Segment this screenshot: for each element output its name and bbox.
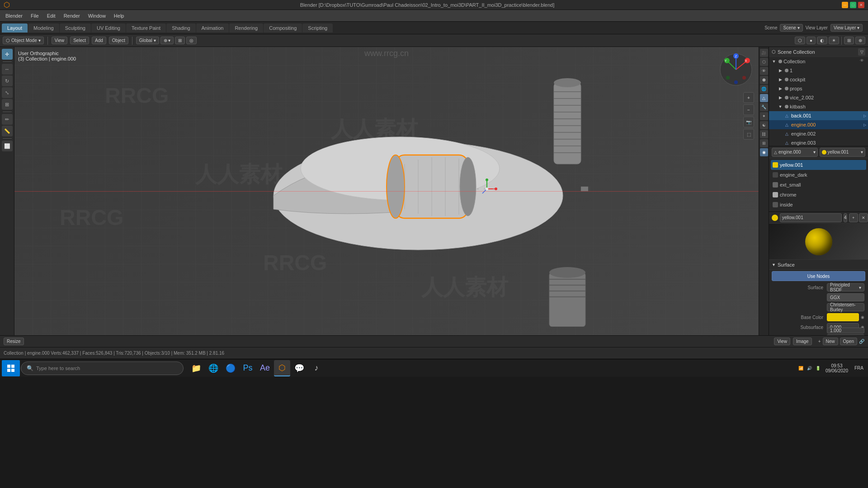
material-slot-ext-small[interactable]: ext_small: [771, 180, 866, 190]
select-menu[interactable]: Select: [70, 37, 89, 44]
outliner-item-cockpit[interactable]: ▶ cockpit: [769, 75, 868, 84]
tab-layout[interactable]: Layout: [2, 23, 28, 33]
gizmo-toggle[interactable]: ⊕: [855, 37, 865, 44]
surface-section-header[interactable]: ▼ Surface: [769, 260, 868, 270]
clock[interactable]: 09:53 09/06/2020: [824, 363, 850, 373]
material-new-datablock[interactable]: +: [849, 213, 858, 222]
taskbar-spotify[interactable]: ♪: [308, 360, 325, 376]
prop-tab-data[interactable]: ⊞: [760, 139, 768, 147]
start-button[interactable]: [2, 360, 20, 376]
material-name-input[interactable]: [780, 213, 842, 222]
viewport-shading-wireframe[interactable]: ⬡: [795, 37, 805, 44]
use-nodes-button[interactable]: Use Nodes: [772, 271, 865, 281]
prop-tab-material[interactable]: ◉: [760, 148, 768, 156]
material-slot-yellow001[interactable]: yellow.001: [771, 160, 866, 170]
subsurface-radius-r[interactable]: 1.000: [827, 328, 864, 333]
tab-compositing[interactable]: Compositing: [264, 23, 302, 33]
outliner-item-props[interactable]: ▶ props: [769, 84, 868, 93]
outliner-item-vice[interactable]: ▶ vice_2.002: [769, 93, 868, 102]
add-menu[interactable]: Add: [92, 37, 106, 44]
taskbar-ae[interactable]: Ae: [257, 360, 273, 376]
view-menu[interactable]: View: [52, 37, 68, 44]
taskbar-blender[interactable]: ⬡: [274, 360, 290, 376]
menu-file[interactable]: File: [27, 12, 42, 19]
toggle-orthographic-button[interactable]: ⬚: [743, 129, 754, 140]
ggx-option[interactable]: GGX: [827, 293, 864, 301]
language-indicator[interactable]: FRA: [852, 366, 866, 371]
menu-window[interactable]: Window: [85, 12, 109, 19]
viewlayer-dropdown[interactable]: View Layer ▾: [830, 24, 863, 32]
outliner-item-engine003[interactable]: △ engine.003: [769, 138, 868, 146]
snap-toggle[interactable]: ⊞: [175, 37, 185, 44]
scene-dropdown[interactable]: Scene ▾: [780, 24, 802, 32]
prop-tab-particles[interactable]: ✦: [760, 112, 768, 120]
taskbar-chrome[interactable]: 🔵: [222, 360, 239, 376]
tab-animation[interactable]: Animation: [196, 23, 229, 33]
mode-select[interactable]: ⬡ Object Mode ▾: [3, 37, 44, 44]
prop-tab-view[interactable]: 👁: [760, 67, 768, 75]
outliner-item-1[interactable]: ▶ 1: [769, 66, 868, 75]
menu-edit[interactable]: Edit: [43, 12, 59, 19]
object-menu[interactable]: Object: [109, 37, 128, 44]
taskbar-edge[interactable]: 🌐: [205, 360, 222, 376]
prop-tab-constraints[interactable]: ⛓: [760, 130, 768, 138]
tab-rendering[interactable]: Rendering: [229, 23, 263, 33]
scale-tool[interactable]: ⤡: [2, 87, 13, 98]
viewport-shading-render[interactable]: ☀: [829, 37, 839, 44]
outliner-item-engine002[interactable]: △ engine.002: [769, 129, 868, 138]
menu-blender[interactable]: Blender: [2, 12, 26, 19]
transform-orientation[interactable]: Global ▾: [136, 37, 159, 44]
material-slot-engine-dark[interactable]: engine_dark: [771, 170, 866, 180]
tab-modeling[interactable]: Modeling: [28, 23, 59, 33]
menu-help[interactable]: Help: [110, 12, 128, 19]
prop-tab-render[interactable]: 🎥: [760, 49, 768, 57]
outliner-item-engine000[interactable]: △ engine.000 ▷: [769, 120, 868, 129]
outliner-item-collection[interactable]: ▼ Collection 👁: [769, 57, 868, 66]
prop-tab-physics[interactable]: ☯: [760, 121, 768, 129]
battery-icon[interactable]: 🔋: [815, 365, 822, 372]
view-button[interactable]: View: [774, 338, 790, 345]
measure-tool[interactable]: 📏: [2, 126, 13, 136]
add-cube-tool[interactable]: ⬜: [2, 141, 13, 151]
material-dropdown[interactable]: yellow.001 ▾: [820, 148, 866, 157]
christensen-option[interactable]: Christensen-Burley: [827, 303, 864, 311]
prop-tab-world[interactable]: 🌐: [760, 85, 768, 93]
resize-button[interactable]: Resize: [4, 338, 24, 345]
menu-render[interactable]: Render: [60, 12, 84, 19]
material-slot-inside[interactable]: inside: [771, 200, 866, 210]
maximize-button[interactable]: □: [850, 2, 856, 8]
base-color-node-icon[interactable]: ◉: [861, 315, 864, 319]
transform-pivot[interactable]: ⊕ ▾: [160, 37, 174, 44]
material-user-count[interactable]: 4: [844, 213, 847, 222]
surface-type-dropdown[interactable]: Principled BSDF ▾: [827, 283, 864, 291]
viewport[interactable]: RRCG 人人素材 RRCG RRCG 人人素材 人人素材: [14, 47, 759, 335]
tab-shading[interactable]: Shading: [166, 23, 195, 33]
viewport-gizmo[interactable]: X Y Z: [718, 52, 754, 88]
tab-uv-editing[interactable]: UV Editing: [91, 23, 126, 33]
open-button[interactable]: Open: [840, 338, 857, 345]
material-slot-chrome[interactable]: chrome: [771, 190, 866, 200]
toggle-camera-button[interactable]: 📷: [743, 117, 754, 127]
prop-tab-scene[interactable]: ⬢: [760, 76, 768, 84]
subsurface-radius-g[interactable]: 0.200: [827, 334, 864, 336]
zoom-out-button[interactable]: −: [743, 104, 754, 115]
image-button[interactable]: Image: [793, 338, 812, 345]
taskbar-explorer[interactable]: 📁: [188, 360, 204, 376]
move-tool[interactable]: ↔: [2, 64, 13, 75]
tab-sculpting[interactable]: Sculpting: [60, 23, 91, 33]
viewport-shading-material[interactable]: ◐: [817, 37, 827, 44]
minimize-button[interactable]: ─: [842, 2, 848, 8]
volume-icon[interactable]: 🔊: [806, 365, 813, 372]
overlay-toggle[interactable]: ⊞: [844, 37, 854, 44]
tab-scripting[interactable]: Scripting: [302, 23, 333, 33]
annotate-tool[interactable]: ✏: [2, 114, 13, 125]
base-color-row[interactable]: Base Color ◉: [769, 312, 868, 322]
rotate-tool[interactable]: ↻: [2, 75, 13, 86]
taskbar-search-box[interactable]: 🔍 Type here to search: [21, 361, 184, 375]
prop-tab-output[interactable]: ⬡: [760, 58, 768, 66]
prop-tab-object[interactable]: △: [760, 94, 768, 102]
taskbar-discord[interactable]: 💬: [291, 360, 307, 376]
zoom-in-button[interactable]: +: [743, 92, 754, 103]
outliner-filter-button[interactable]: ▽: [858, 48, 865, 56]
object-dropdown[interactable]: △ engine.000 ▾: [772, 148, 818, 157]
